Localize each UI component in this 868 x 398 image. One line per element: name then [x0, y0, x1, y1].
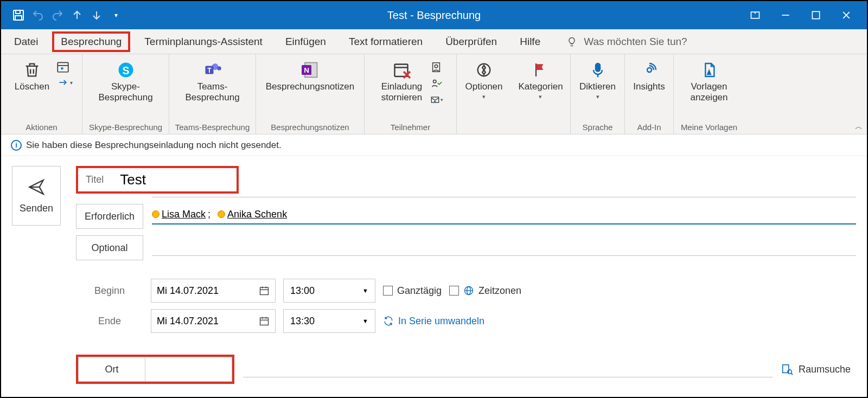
ganztaegig-checkbox[interactable]: Ganztägig: [383, 285, 442, 297]
window-title: Test - Besprechung: [387, 9, 481, 22]
ribbon: Löschen ▾ Aktionen S Skype- Besprech: [1, 54, 867, 134]
close-icon[interactable]: [841, 10, 852, 21]
skype-label2: Besprechung: [98, 92, 152, 103]
svg-rect-5: [812, 11, 819, 18]
end-date-field[interactable]: Mi 14.07.2021: [151, 309, 276, 333]
end-date-value: Mi 14.07.2021: [157, 316, 219, 327]
skype-button[interactable]: S Skype- Besprechung: [94, 57, 157, 106]
tab-besprechung[interactable]: Besprechung: [52, 31, 130, 52]
skype-label1: Skype-: [111, 81, 140, 92]
svg-rect-34: [260, 287, 269, 294]
send-icon: [27, 178, 46, 196]
required-attendees-field[interactable]: Lisa Mack; Anika Schenk: [152, 208, 856, 224]
checkbox-icon: [383, 286, 393, 296]
group-optionen: Optionen ▾: [457, 54, 511, 134]
zeitzonen-checkbox[interactable]: Zeitzonen: [449, 285, 521, 297]
svg-text:N: N: [304, 66, 310, 74]
group-addin: Insights Add-In: [625, 54, 674, 134]
tell-me-label: Was möchten Sie tun?: [584, 36, 687, 48]
zeitzonen-label: Zeitzonen: [478, 285, 521, 297]
info-icon: i: [11, 140, 22, 151]
notizen-button[interactable]: N Besprechungsnotizen: [261, 57, 359, 94]
ort-button[interactable]: Ort: [78, 357, 145, 382]
tab-terminplanung[interactable]: Terminplanungs-Assistent: [136, 31, 271, 52]
tab-ueberpruefen[interactable]: Überprüfen: [437, 31, 506, 52]
save-icon[interactable]: [12, 9, 25, 22]
start-time-value: 13:00: [290, 285, 315, 297]
diktieren-button[interactable]: Diktieren ▾: [575, 57, 620, 103]
calendar-icon: [259, 316, 270, 326]
chevron-down-icon: ▼: [362, 318, 368, 324]
loeschen-button[interactable]: Löschen: [10, 57, 54, 94]
ribbon-display-icon[interactable]: [750, 10, 761, 21]
info-bar: i Sie haben diese Besprechungseinladung …: [1, 134, 867, 156]
vorlagen-label1: Vorlagen: [691, 81, 727, 92]
end-time-field[interactable]: 13:30 ▼: [283, 309, 375, 333]
check-names-icon[interactable]: [429, 76, 444, 91]
cancel-invitation-icon: [392, 60, 412, 80]
kategorien-button[interactable]: Kategorien ▾: [514, 57, 567, 103]
info-text: Sie haben diese Besprechungseinladung no…: [26, 140, 282, 151]
trash-icon: [23, 60, 41, 80]
quick-access-toolbar: ▾: [1, 9, 123, 22]
customize-qat-icon[interactable]: ▾: [110, 9, 123, 22]
previous-item-icon[interactable]: [71, 9, 84, 22]
calendar-small-icon[interactable]: [56, 60, 73, 74]
teams-icon: T: [203, 60, 222, 80]
einladung-stornieren-button[interactable]: Einladung stornieren: [377, 57, 427, 106]
senden-button[interactable]: Senden: [12, 166, 61, 226]
optional-button[interactable]: Optional: [76, 235, 143, 260]
svg-point-32: [647, 68, 652, 72]
end-time-value: 13:30: [290, 316, 315, 327]
start-date-value: Mi 14.07.2021: [157, 285, 219, 297]
tab-text-formatieren[interactable]: Text formatieren: [340, 31, 431, 52]
group-teams-label: Teams-Besprechung: [175, 121, 250, 134]
insights-button[interactable]: Insights: [629, 57, 669, 94]
optionen-button[interactable]: Optionen ▾: [461, 57, 507, 103]
chevron-down-icon: ▼: [362, 287, 368, 294]
svg-text:S: S: [122, 65, 129, 76]
collapse-ribbon-icon[interactable]: ︿: [855, 122, 863, 132]
group-notizen: N Besprechungsnotizen Besprechungsnotize…: [256, 54, 365, 134]
maximize-icon[interactable]: [810, 10, 821, 21]
group-aktionen-label: Aktionen: [25, 121, 57, 134]
microphone-icon: [589, 60, 607, 80]
forward-small-icon[interactable]: ▾: [56, 77, 73, 88]
teams-button[interactable]: T Teams- Besprechung: [181, 57, 244, 106]
optional-attendees-field[interactable]: [152, 240, 856, 256]
titel-field[interactable]: Test: [120, 171, 146, 188]
attendee[interactable]: Anika Schenk: [227, 209, 287, 220]
tab-datei[interactable]: Datei: [5, 31, 47, 52]
start-time-field[interactable]: 13:00 ▼: [283, 279, 375, 303]
svg-line-47: [791, 373, 793, 375]
skype-icon: S: [116, 60, 136, 80]
start-date-field[interactable]: Mi 14.07.2021: [151, 279, 276, 303]
tab-einfuegen[interactable]: Einfügen: [277, 31, 335, 52]
group-teilnehmer: Einladung stornieren ▾ Teilnehmer: [365, 54, 457, 134]
group-sprache-label: Sprache: [583, 121, 613, 134]
serie-label: In Serie umwandeln: [398, 316, 484, 327]
group-vorlagen: Vorlagen anzeigen Meine Vorlagen: [674, 54, 744, 134]
tell-me[interactable]: Was möchten Sie tun?: [566, 36, 687, 48]
tab-hilfe[interactable]: Hilfe: [511, 31, 549, 52]
address-book-icon[interactable]: [429, 60, 444, 75]
svg-rect-2: [15, 16, 22, 20]
group-notizen-label: Besprechungsnotizen: [271, 121, 349, 134]
next-item-icon[interactable]: [90, 9, 103, 22]
minimize-icon[interactable]: [780, 10, 791, 21]
vorlagen-label2: anzeigen: [690, 92, 727, 103]
diktieren-label: Diktieren: [579, 81, 616, 92]
chevron-down-icon: ▾: [482, 93, 486, 100]
raumsuche-button[interactable]: Raumsuche: [781, 363, 856, 375]
svg-rect-30: [596, 63, 600, 72]
serie-link[interactable]: In Serie umwandeln: [383, 316, 484, 327]
response-options-icon[interactable]: ▾: [429, 92, 444, 107]
undo-icon[interactable]: [31, 9, 44, 22]
onenote-icon: N: [300, 60, 320, 80]
attendee[interactable]: Lisa Mack: [162, 209, 206, 220]
ort-field-extended[interactable]: [243, 361, 773, 377]
erforderlich-button[interactable]: Erforderlich: [76, 204, 143, 229]
redo-icon[interactable]: [51, 9, 64, 22]
vorlagen-button[interactable]: Vorlagen anzeigen: [686, 57, 732, 106]
ort-field[interactable]: [145, 357, 232, 382]
